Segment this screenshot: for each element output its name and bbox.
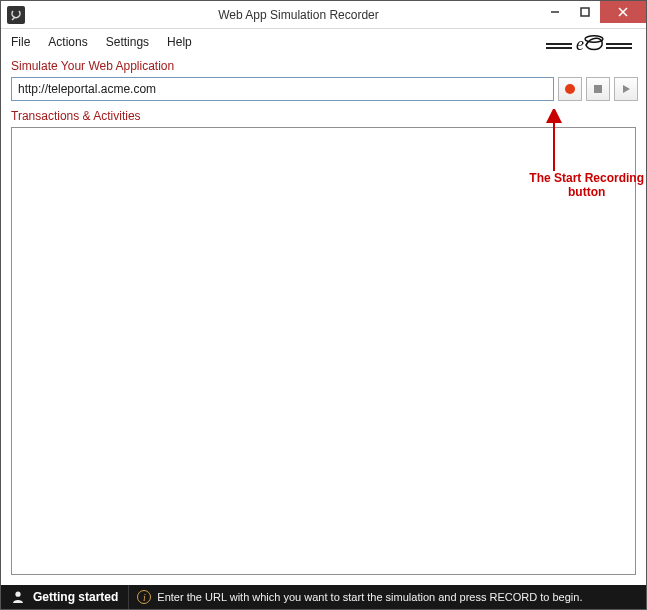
stop-button[interactable] — [586, 77, 610, 101]
person-icon — [11, 590, 25, 604]
svg-marker-12 — [623, 85, 630, 93]
menu-settings[interactable]: Settings — [106, 35, 149, 49]
titlebar: Web App Simulation Recorder — [1, 1, 646, 29]
info-icon: i — [137, 590, 151, 604]
svg-rect-1 — [581, 8, 589, 16]
record-button[interactable] — [558, 77, 582, 101]
menu-actions[interactable]: Actions — [48, 35, 87, 49]
svg-point-15 — [15, 592, 20, 597]
simulate-section-label: Simulate Your Web Application — [1, 57, 646, 77]
menu-file[interactable]: File — [11, 35, 30, 49]
brand-logo: e — [546, 31, 632, 60]
status-right: i Enter the URL with which you want to s… — [128, 585, 646, 609]
svg-point-10 — [565, 84, 575, 94]
menubar: File Actions Settings Help e — [1, 29, 646, 57]
play-button[interactable] — [614, 77, 638, 101]
transactions-section-label: Transactions & Activities — [1, 107, 646, 127]
url-row — [1, 77, 646, 107]
app-icon — [7, 6, 25, 24]
transactions-panel — [11, 127, 636, 575]
status-left-text: Getting started — [33, 590, 118, 604]
window-controls — [540, 1, 646, 23]
svg-text:e: e — [576, 34, 584, 54]
transactions-panel-wrap: The Start Recording button — [1, 127, 646, 585]
statusbar: Getting started i Enter the URL with whi… — [1, 585, 646, 609]
url-input[interactable] — [11, 77, 554, 101]
status-left: Getting started — [1, 590, 128, 604]
maximize-button[interactable] — [570, 1, 600, 23]
menu-help[interactable]: Help — [167, 35, 192, 49]
window-title: Web App Simulation Recorder — [31, 8, 566, 22]
minimize-button[interactable] — [540, 1, 570, 23]
status-right-text: Enter the URL with which you want to sta… — [157, 591, 582, 603]
close-button[interactable] — [600, 1, 646, 23]
svg-rect-11 — [594, 85, 602, 93]
